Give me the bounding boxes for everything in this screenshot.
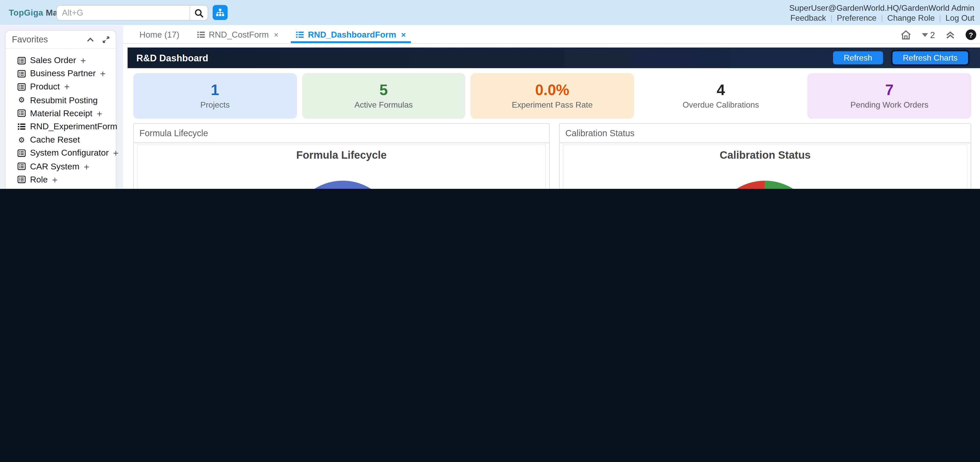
add-new-record-icon[interactable]: + [113,148,118,158]
dashboard-header: R&D Dashboard Refresh Refresh Charts [127,48,980,68]
add-new-record-icon[interactable]: + [52,175,57,184]
menu-tree-button[interactable] [213,5,228,20]
sidebar-item-material-receipt[interactable]: Material Receipt+ [18,107,112,120]
window-icon [18,70,26,77]
kpi-row: 1Projects5Active Formulas0.0%Experiment … [133,73,971,119]
process-icon: ⚙ [18,136,26,144]
sidebar-item-product[interactable]: Product+ [18,80,112,94]
tab-home-17-[interactable]: Home (17) [130,25,188,43]
kpi-label: Projects [200,100,230,110]
open-windows-count: 2 [930,30,935,40]
kpi-value: 0.0% [535,83,569,98]
page-title: R&D Dashboard [136,52,833,64]
window-icon [18,149,26,157]
window-icon [18,176,26,183]
add-new-record-icon[interactable]: + [97,109,102,118]
window-icon [18,83,26,90]
form-icon [18,123,26,130]
add-new-record-icon[interactable]: + [82,188,87,189]
sidebar-item-sales-order[interactable]: Sales Order+ [18,54,112,67]
sidebar-item-system-configurator[interactable]: System Configurator+ [18,146,112,160]
window-icon [18,57,26,64]
kpi-label: Experiment Pass Rate [512,100,592,110]
kpi-value: 1 [211,83,219,98]
global-search [56,5,208,21]
close-icon[interactable]: × [401,30,406,39]
donut-chart[interactable] [137,145,546,189]
item-label: Business Partner [30,69,95,78]
sidebar-item-car-system[interactable]: CAR System+ [18,160,112,173]
expand-panel-icon[interactable] [102,36,110,43]
tabbar-actions: 2 ? [901,25,977,44]
sidebar-item-business-partner[interactable]: Business Partner+ [18,67,112,80]
form-icon [296,31,304,38]
sidebar-item-print-format[interactable]: Print Format+ [18,186,112,189]
kpi-value: 4 [717,83,725,98]
link-separator: | [881,14,883,22]
hierarchy-icon [216,8,224,17]
refresh-charts-button[interactable]: Refresh Charts [891,50,969,66]
logged-in-user: SuperUser@GardenWorld.HQ/GardenWorld Adm… [789,3,974,13]
tab-label: RND_DashboardForm [308,30,396,39]
item-label: System Configurator [30,148,109,158]
search-input[interactable] [57,8,190,17]
formula-lifecycle-chart: Formula Lifecycle Draft 5 (100%) [137,144,546,189]
collapse-panel-icon[interactable] [87,37,94,42]
window-icon [18,110,26,117]
kpi-card-experiment-pass-rate: 0.0%Experiment Pass Rate [470,73,634,119]
kpi-label: Overdue Calibrations [683,100,759,110]
sidebar-item-role[interactable]: Role+ [18,173,112,186]
charts-row: Formula Lifecycle Formula Lifecycle Draf… [133,123,971,189]
donut-chart[interactable] [563,145,968,189]
kpi-card-projects: 1Projects [133,73,297,119]
item-label: Role [30,175,48,184]
session-link-preference[interactable]: Preference [837,13,877,22]
session-link-change-role[interactable]: Change Role [887,13,935,22]
process-icon: ⚙ [18,96,26,104]
sidebar-item-rnd-experimentform[interactable]: RND_ExperimentForm [18,120,112,133]
favorites-header: Favorites [6,31,116,49]
kpi-card-pending-work-orders: 7Pending Work Orders [808,73,971,119]
item-label: Sales Order [30,56,76,65]
tab-rnd-dashboardform[interactable]: RND_DashboardForm× [287,25,415,43]
tab-label: Home (17) [140,30,180,39]
session-link-feedback[interactable]: Feedback [790,13,826,22]
kpi-card-active-formulas: 5Active Formulas [302,73,465,119]
open-windows-dropdown[interactable]: 2 [922,30,935,40]
item-label: Material Receipt [30,109,92,118]
kpi-card-overdue-calibrations: 4Overdue Calibrations [639,73,803,119]
sidebar-item-resubmit-posting[interactable]: ⚙Resubmit Posting [18,94,112,107]
favorites-title: Favorites [12,35,78,44]
item-label: RND_ExperimentForm [30,122,117,131]
window-icon [18,162,26,170]
chevron-down-icon [922,33,928,37]
tabs: Home (17)RND_CostForm×RND_DashboardForm× [130,25,415,43]
item-label: CAR System [30,162,79,171]
session-links: Feedback|Preference|Change Role|Log Out [790,13,974,22]
home-icon[interactable] [901,30,912,40]
logo-part1: TopGiga [9,8,43,17]
kpi-value: 7 [885,83,894,98]
close-icon[interactable]: × [274,30,278,39]
form-icon [197,31,205,38]
add-new-record-icon[interactable]: + [84,162,89,171]
item-label: Cache Reset [30,135,80,144]
add-new-record-icon[interactable]: + [100,69,105,78]
calibration-status-panel: Calibration Status Calibration Status Ov… [559,123,971,189]
item-label: Product [30,82,60,92]
session-link-log-out[interactable]: Log Out [945,13,974,22]
tab-rnd-costform[interactable]: RND_CostForm× [188,25,287,43]
item-label: Resubmit Posting [30,95,98,105]
formula-lifecycle-panel: Formula Lifecycle Formula Lifecycle Draf… [133,123,550,189]
search-icon[interactable] [190,6,208,20]
help-icon[interactable]: ? [966,29,977,40]
item-label: Print Format [30,188,78,189]
collapse-header-icon[interactable] [945,30,955,39]
link-separator: | [939,14,941,22]
add-new-record-icon[interactable]: + [81,56,86,65]
refresh-button[interactable]: Refresh [833,51,883,64]
add-new-record-icon[interactable]: + [64,82,70,92]
sidebar-item-cache-reset[interactable]: ⚙Cache Reset [18,133,112,146]
favorites-panel: Favorites Sales Order+Business Partner+P… [5,30,116,189]
panel-header: Calibration Status [560,124,970,143]
